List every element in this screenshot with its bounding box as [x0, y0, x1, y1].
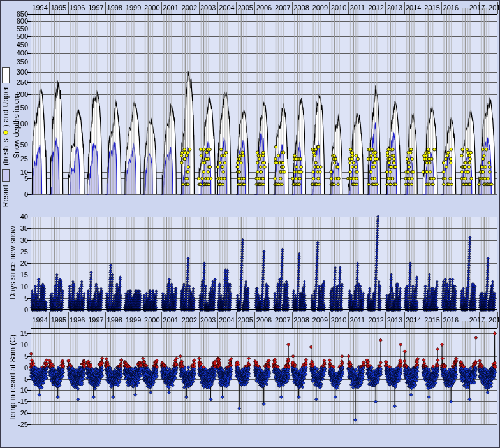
snow-history-chart-canvas [0, 0, 500, 448]
snow-history-chart: Resort (fresh is ) and Upper Snow depths… [0, 0, 500, 448]
